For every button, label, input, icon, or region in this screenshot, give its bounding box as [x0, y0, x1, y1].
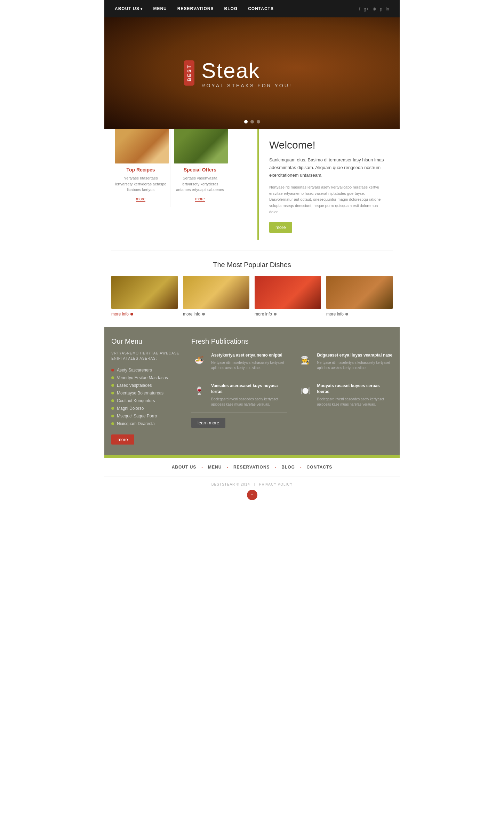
hero-dots	[244, 120, 260, 123]
footer-about[interactable]: ABOUT US	[172, 465, 197, 470]
hero-title: Steak	[201, 58, 292, 83]
card-special-offers: Special Offers Sertaes vasertyasita lert…	[170, 129, 230, 207]
rss-icon[interactable]: ⊕	[373, 6, 376, 11]
hero-dot-2[interactable]	[250, 120, 254, 123]
welcome-heading: Welcome!	[269, 139, 386, 151]
info-dot-1	[130, 313, 133, 315]
menu-item-6: Magni Dolorso	[111, 405, 181, 412]
dish-image-3	[255, 276, 321, 309]
pub-item-3: 🍷 Vaesales aserasaset kuys nuyasa lerras…	[191, 383, 287, 413]
hero-dot-3[interactable]	[257, 120, 260, 123]
nav-contacts[interactable]: CONTACTS	[248, 6, 274, 11]
pub-title-2: Bdgasaset ertya liuyas vearaptai nase	[317, 352, 393, 358]
welcome-body: Nertyase riti masertas lertyars asety ke…	[269, 184, 386, 215]
popular-heading: The Most Popular Dishes	[111, 261, 393, 269]
dish-more-info-4[interactable]: more info	[326, 312, 393, 317]
menu-more-button[interactable]: more	[111, 434, 134, 445]
green-bar	[104, 455, 400, 458]
more-info-label-3: more info	[255, 312, 272, 317]
social-icons: f g+ ⊕ p in	[359, 6, 389, 11]
hero-subtitle: ROYAL STEAKS FOR YOU!	[201, 83, 292, 88]
menu-item-3: Lasec Vasptaiades	[111, 382, 181, 389]
dish-more-info-1[interactable]: more info	[111, 312, 178, 317]
publications-grid: 🍜 Asetykertya aset ertya nemo eniptai Ne…	[191, 352, 393, 412]
pub-item-2: 👨‍🍳 Bdgasaset ertya liuyas vearaptai nas…	[297, 352, 393, 376]
card-top-recipes: Top Recipes Nertyase ritasertaes lertyar…	[111, 129, 170, 207]
feature-cards: Top Recipes Nertyase ritasertaes lertyar…	[111, 129, 257, 240]
menu-bullet-2	[111, 376, 114, 379]
pub-item-1: 🍜 Asetykertya aset ertya nemo eniptai Ne…	[191, 352, 287, 376]
top-recipes-title: Top Recipes	[115, 167, 167, 173]
our-menu-heading: Our Menu	[111, 337, 181, 345]
scroll-to-top-button[interactable]: ↑	[247, 490, 257, 500]
dish-image-1	[111, 276, 178, 309]
menu-item-2: Venertyu Ersitae Masrtasns	[111, 374, 181, 382]
footer-contacts[interactable]: CONTACTS	[307, 465, 333, 470]
pinterest-icon[interactable]: p	[380, 6, 382, 11]
pub-icon-2: 👨‍🍳	[297, 352, 313, 368]
top-recipes-image	[115, 129, 169, 163]
dish-more-info-3[interactable]: more info	[255, 312, 321, 317]
dish-image-2	[183, 276, 249, 309]
menu-bullet-6	[111, 407, 114, 410]
pub-text-2: Nertyase riti maselertyars kuhasasety ke…	[317, 360, 393, 370]
best-badge: BEST	[184, 60, 194, 86]
hero-section: BEST Steak ROYAL STEAKS FOR YOU!	[104, 17, 400, 129]
footer-blog[interactable]: BLOG	[281, 465, 295, 470]
welcome-more-button[interactable]: more	[269, 222, 292, 233]
pub-icon-1: 🍜	[191, 352, 207, 368]
footer-dot-4: ●	[300, 466, 302, 468]
welcome-section: Top Recipes Nertyase ritasertaes lertyar…	[104, 129, 400, 250]
pub-text-1: Nertyase riti maselertyars kuhasasety ke…	[211, 360, 287, 370]
menu-item-5: Coditaut Konqunturs	[111, 397, 181, 405]
footer-bottom: BESTSTEAR © 2014 | PRIVACY POLICY ↑	[104, 477, 400, 505]
pub-text-4: Beciegasrd riverti saseades asety kertya…	[317, 397, 393, 407]
special-offers-text: Sertaes vasertyasita lertyarsety kertyde…	[174, 175, 226, 193]
nav-about[interactable]: ABOUT US	[115, 6, 143, 11]
nav-reservations[interactable]: RESERVATIONS	[177, 6, 214, 11]
fresh-publications-panel: Fresh Publications 🍜 Asetykertya aset er…	[191, 337, 393, 445]
menu-bullet-5	[111, 399, 114, 402]
footer-nav-links: ABOUT US ● MENU ● RESERVATIONS ● BLOG ● …	[111, 465, 393, 470]
fresh-pub-heading: Fresh Publications	[191, 337, 393, 345]
popular-dishes-section: The Most Popular Dishes more info more i…	[104, 250, 400, 327]
facebook-icon[interactable]: f	[359, 6, 360, 11]
welcome-lead: Sanicmquam eius. Basimo di temureaser la…	[269, 156, 386, 179]
footer-menu[interactable]: MENU	[208, 465, 222, 470]
pub-content-3: Vaesales aserasaset kuys nuyasa lerras B…	[211, 383, 287, 407]
pub-content-1: Asetykertya aset ertya nemo eniptai Nert…	[211, 352, 287, 370]
menu-item-1: Asety Sascareners	[111, 366, 181, 374]
footer-dot-2: ●	[227, 466, 228, 468]
footer-copyright: BESTSTEAR © 2014 | PRIVACY POLICY	[111, 482, 393, 486]
footer-reservations[interactable]: RESERVATIONS	[233, 465, 270, 470]
pub-icon-4: 🍽️	[297, 383, 313, 399]
nav-menu[interactable]: MENU	[153, 6, 167, 11]
special-offers-image	[174, 129, 228, 163]
menu-item-7: Msequci Saque Porro	[111, 412, 181, 420]
menu-bullet-3	[111, 384, 114, 387]
pub-title-4: Mouyats rasaset kuyses ceruas loeras	[317, 383, 393, 395]
more-info-label-1: more info	[111, 312, 129, 317]
pub-icon-3: 🍷	[191, 383, 207, 399]
nav-blog[interactable]: BLOG	[224, 6, 238, 11]
menu-item-4: Moertayse Bolernatureas	[111, 389, 181, 397]
dish-image-4	[326, 276, 393, 309]
menu-bullet-7	[111, 415, 114, 417]
top-recipes-more[interactable]: more	[136, 197, 145, 202]
hero-dot-1[interactable]	[244, 120, 248, 123]
footer-nav: ABOUT US ● MENU ● RESERVATIONS ● BLOG ● …	[104, 458, 400, 477]
dark-section: Our Menu VRTYASNEMO HERYTAE AWECASE ENIP…	[104, 327, 400, 455]
special-offers-more[interactable]: more	[195, 197, 205, 202]
dish-item-1: more info	[111, 276, 178, 317]
linkedin-icon[interactable]: in	[386, 6, 389, 11]
privacy-policy-link[interactable]: PRIVACY POLICY	[259, 482, 293, 486]
dishes-grid: more info more info more info more info	[111, 276, 393, 317]
learn-more-button[interactable]: learn more	[191, 418, 225, 428]
info-dot-3	[274, 313, 277, 315]
googleplus-icon[interactable]: g+	[364, 6, 369, 11]
dish-more-info-2[interactable]: more info	[183, 312, 249, 317]
welcome-panel: Welcome! Sanicmquam eius. Basimo di temu…	[257, 129, 393, 240]
menu-bullet-4	[111, 392, 114, 394]
more-info-label-2: more info	[183, 312, 200, 317]
menu-bullet-1	[111, 369, 114, 371]
